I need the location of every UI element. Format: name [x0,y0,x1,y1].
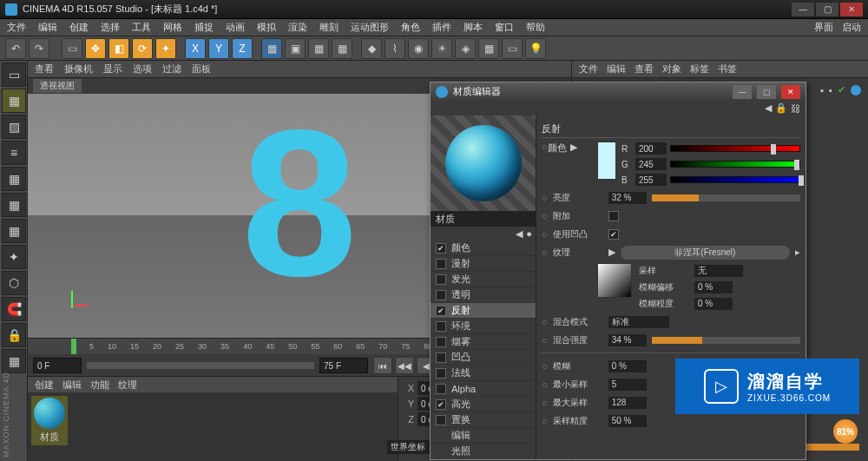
objmenu-文件[interactable]: 文件 [579,63,598,76]
maximize-button[interactable]: ▢ [816,3,838,16]
channel-checkbox[interactable] [436,368,446,379]
mixstrength-slider[interactable] [652,337,800,344]
viewmenu-过滤[interactable]: 过滤 [162,63,181,76]
texture-mode[interactable]: ▨ [2,115,26,139]
objmenu-书签[interactable]: 书签 [718,63,737,76]
magnet-tool[interactable]: 🧲 [2,297,26,321]
spline-tool[interactable]: ⌇ [385,38,405,59]
axis-z-button[interactable]: Z [232,38,253,59]
texture-clear-icon[interactable]: ▸ [795,247,800,258]
channel-透明[interactable]: 透明 [431,287,536,303]
prev-mat-icon[interactable]: ◀ [516,228,523,240]
channel-checkbox[interactable] [436,399,446,410]
timeline-slider[interactable] [87,362,314,369]
prev-key[interactable]: ◀◀ [395,357,414,374]
menu-插件[interactable]: 插件 [432,21,451,34]
mixstrength-field[interactable]: 34 % [608,334,647,346]
channel-反射[interactable]: 反射 [431,303,536,319]
additive-checkbox[interactable] [608,211,619,221]
last-tool[interactable]: ✦ [155,38,176,59]
blur-field[interactable]: 0 % [608,360,647,372]
channel-环境[interactable]: 环境 [431,319,536,334]
viewmenu-显示[interactable]: 显示 [103,63,122,76]
objmenu-编辑[interactable]: 编辑 [607,63,626,76]
deformer-tool[interactable]: ◈ [455,38,476,59]
array-tool[interactable]: ☀ [431,38,452,59]
matmenu-编辑[interactable]: 编辑 [62,379,82,392]
sampleacc-field[interactable]: 50 % [608,415,647,427]
channel-checkbox[interactable] [436,321,446,332]
viewmenu-查看[interactable]: 查看 [35,63,54,76]
menu-启动[interactable]: 启动 [842,21,861,34]
goto-start[interactable]: ⏮ [373,357,392,374]
menu-窗口[interactable]: 窗口 [495,21,514,34]
menu-工具[interactable]: 工具 [132,21,151,34]
render-region[interactable]: ▦ [332,38,352,59]
render-button[interactable]: ▣ [285,38,306,59]
camera-tool[interactable]: ▭ [502,38,523,59]
menu-渲染[interactable]: 渲染 [288,21,307,34]
b-slider[interactable] [670,176,800,183]
start-frame[interactable]: 0 F [33,358,82,373]
texture-arrow-icon[interactable]: ▶ [608,247,615,258]
menu-编辑[interactable]: 编辑 [38,21,57,34]
visibility-top-icon[interactable]: ▪ [820,85,824,95]
g-field[interactable]: 245 [635,158,667,170]
brightness-slider[interactable] [652,194,800,201]
menu-帮助[interactable]: 帮助 [526,21,545,34]
sample-select[interactable]: 无 [694,265,743,277]
maxsamples-field[interactable]: 128 [608,397,647,409]
playhead[interactable] [71,339,76,354]
channel-置换[interactable]: 置换 [431,412,536,428]
viewmenu-选项[interactable]: 选项 [133,63,152,76]
move-tool[interactable]: ✥ [85,38,106,59]
end-frame[interactable]: 75 F [319,358,368,373]
objmenu-标签[interactable]: 标签 [690,63,709,76]
channel-漫射[interactable]: 漫射 [431,256,536,272]
model-mode[interactable]: ▦ [2,89,26,113]
light-tool[interactable]: 💡 [525,38,546,59]
channel-checkbox[interactable] [436,306,446,316]
viewmenu-面板[interactable]: 面板 [192,63,211,76]
undo-button[interactable]: ↶ [5,38,26,59]
menu-网格[interactable]: 网格 [163,21,182,34]
bluroffset-field[interactable]: 0 % [694,281,733,293]
polygon-mode[interactable]: ▦ [2,219,26,243]
viewmenu-摄像机[interactable]: 摄像机 [64,63,93,76]
brightness-field[interactable]: 32 % [608,192,647,204]
render-settings[interactable]: ▦ [308,38,329,59]
menu-文件[interactable]: 文件 [7,21,26,34]
usebump-checkbox[interactable] [608,229,619,240]
redo-button[interactable]: ↷ [29,38,49,59]
channel-发光[interactable]: 发光 [431,272,536,287]
snap-toggle[interactable]: ⬡ [2,271,26,295]
objmenu-查看[interactable]: 查看 [635,63,654,76]
channel-烟雾[interactable]: 烟雾 [431,334,536,350]
axis-mode[interactable]: ✦ [2,245,26,269]
objmenu-对象[interactable]: 对象 [662,63,681,76]
mateditor-maximize[interactable]: ▢ [757,85,776,99]
workplane-tool[interactable]: ▦ [2,349,26,373]
link-icon[interactable]: ⛓ [791,103,800,114]
channel-checkbox[interactable] [436,352,446,363]
mateditor-minimize[interactable]: — [733,85,752,99]
channel-编辑[interactable]: 编辑 [431,428,536,444]
material-tag-icon[interactable] [851,85,861,95]
back-arrow-icon[interactable]: ◀ [765,102,772,114]
menu-创建[interactable]: 创建 [69,21,89,34]
material-preview[interactable] [431,115,536,211]
channel-checkbox[interactable] [436,415,446,425]
gradient-swatch[interactable] [597,263,632,298]
menu-捕捉[interactable]: 捕捉 [194,21,214,34]
lock-icon[interactable]: 🔒 [775,102,787,114]
point-mode[interactable]: ▦ [2,167,26,191]
channel-凹凸[interactable]: 凹凸 [431,350,536,366]
menu-动画[interactable]: 动画 [226,21,245,34]
matmenu-纹理[interactable]: 纹理 [118,379,137,392]
rotate-tool[interactable]: ⟳ [132,38,153,59]
lock-tool[interactable]: 🔒 [2,323,26,347]
scale-tool[interactable]: ◧ [108,38,129,59]
matmenu-功能[interactable]: 功能 [90,379,109,392]
menu-选择[interactable]: 选择 [101,21,120,34]
channel-颜色[interactable]: 颜色 [431,240,536,256]
